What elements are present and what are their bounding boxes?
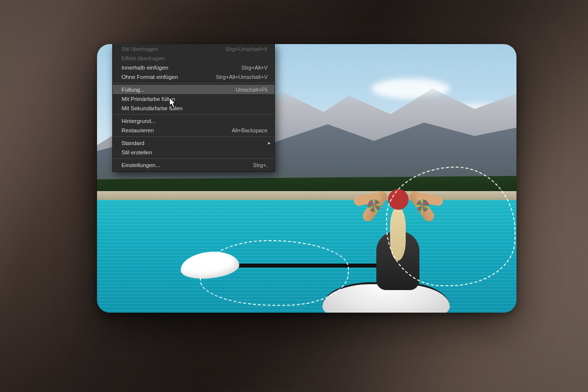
menu-item-label: Stil übertragen [122,46,225,52]
menu-item[interactable]: Einstellungen...Strg+, [113,160,274,170]
app-window: Stil übertragenStrg+Umschalt+VEffekt übe… [97,44,516,313]
menu-item-label: Ohne Format einfügen [122,74,216,80]
menu-item-shortcut: Strg+Umschalt+V [225,46,268,52]
menu-separator [113,114,274,115]
menu-item-shortcut: Strg+Alt+V [242,65,268,71]
menu-item[interactable]: Stil erstellen [113,147,274,157]
menu-item-shortcut: Alt+Backspace [232,127,268,133]
menu-item[interactable]: Standard [113,138,274,147]
menu-item-label: Hintergrund... [122,118,268,124]
menu-item-shortcut: Umschalt+F5 [236,87,268,93]
menu-separator [113,83,274,83]
selection-marquee[interactable] [200,240,349,306]
selection-marquee[interactable] [386,167,515,286]
menu-item: Stil übertragenStrg+Umschalt+V [113,44,274,53]
menu-item-label: Mit Primärfarbe füllen [122,96,268,102]
menu-item-label: Mit Sekundärfarbe füllen [122,105,268,111]
menu-item[interactable]: Hintergrund... [113,116,274,125]
menu-item[interactable]: Mit Sekundärfarbe füllen [113,103,274,113]
menu-item[interactable]: Füllung...Umschalt+F5 [113,85,274,94]
menu-separator [113,136,274,137]
menu-item[interactable]: Ohne Format einfügenStrg+Alt+Umschalt+V [113,72,274,81]
menu-item[interactable]: RestaurierenAlt+Backspace [113,125,274,135]
menu-item-shortcut: Strg+Alt+Umschalt+V [216,74,268,80]
menu-item[interactable]: Innerhalb einfügenStrg+Alt+V [113,63,274,72]
menu-item[interactable]: Mit Primärfarbe füllen [113,94,274,103]
menu-item: Effekt übertragen [113,53,274,63]
menu-separator [113,158,274,159]
menu-item-label: Füllung... [122,87,236,93]
menu-item-label: Innerhalb einfügen [122,65,242,71]
menu-item-label: Restaurieren [122,127,232,133]
menu-item-label: Standard [122,140,268,146]
menu-item-shortcut: Strg+, [253,162,268,168]
context-menu[interactable]: Stil übertragenStrg+Umschalt+VEffekt übe… [112,44,275,172]
menu-item-label: Stil erstellen [122,149,268,155]
menu-item-label: Einstellungen... [122,162,253,168]
menu-item-label: Effekt übertragen [122,55,268,61]
